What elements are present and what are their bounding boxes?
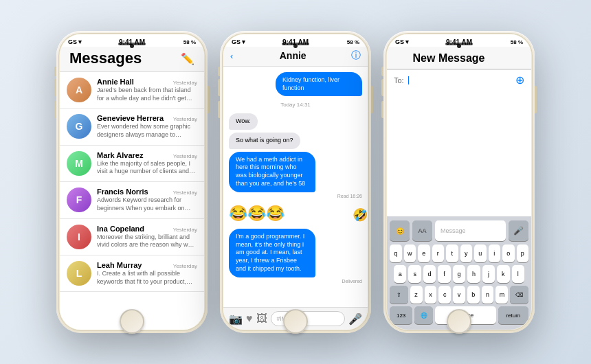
list-item[interactable]: I Ina Copeland Yesterday Moreover the st… — [60, 219, 204, 255]
side-button — [208, 86, 210, 113]
status-left-3: GS ▾ — [395, 38, 409, 45]
mute-switch-3 — [381, 67, 383, 76]
key-r[interactable]: r — [432, 244, 445, 262]
compose-icon[interactable]: ✏️ — [181, 52, 194, 65]
key-o[interactable]: o — [502, 244, 515, 262]
list-item[interactable]: F Francis Norris Yesterday Adwords Keywo… — [60, 182, 204, 218]
contact-content-3: Mark Alvarez Yesterday Like the majority… — [97, 151, 197, 176]
message-preview-5: Moreover the striking, brilliant and viv… — [97, 234, 197, 249]
list-item[interactable]: L Leah Murray Yesterday I. Create a list… — [60, 255, 204, 292]
contact-name-6: Leah Murray — [97, 261, 142, 269]
key-x[interactable]: x — [425, 286, 437, 304]
sticker-icon[interactable]: 🖼 — [256, 312, 267, 325]
message-time-4: Yesterday — [173, 190, 197, 196]
message-preview-4: Adwords Keyword research for beginners W… — [97, 196, 197, 212]
key-k[interactable]: k — [497, 265, 509, 283]
battery-1: 58 % — [183, 39, 196, 45]
aa-key[interactable]: AA — [412, 220, 432, 241]
bubble-emoji-1: 😂😂😂 — [229, 203, 285, 225]
read-receipt-2: Delivered — [229, 279, 362, 284]
info-icon[interactable]: ⓘ — [351, 49, 361, 62]
message-input[interactable]: Message — [435, 220, 506, 241]
status-bar-3: GS ▾ 9:41 AM 58 % — [387, 34, 531, 47]
send-icon[interactable]: 🎤 — [348, 312, 362, 326]
contact-name-4: Francis Norris — [97, 187, 148, 196]
chat-title: Annie — [280, 50, 306, 61]
mic-key[interactable]: 🎤 — [509, 220, 528, 241]
key-w[interactable]: w — [404, 244, 416, 262]
key-row-1: q w e r t y u i o p — [390, 244, 528, 262]
key-g[interactable]: g — [453, 265, 465, 283]
return-key[interactable]: return — [498, 306, 528, 324]
key-f[interactable]: f — [438, 265, 450, 283]
bubble-sent-4: We had a meth addict in here this mornin… — [229, 152, 315, 192]
message-bubble-4: We had a meth addict in here this mornin… — [229, 152, 362, 198]
heart-icon[interactable]: ♥ — [246, 312, 253, 325]
key-b[interactable]: b — [467, 286, 480, 304]
volume-up-3 — [381, 79, 383, 96]
key-d[interactable]: d — [423, 265, 436, 283]
key-q[interactable]: q — [390, 244, 402, 262]
chat-text-input[interactable]: #iMessage — [271, 311, 346, 326]
to-label: To: — [394, 76, 404, 84]
key-j[interactable]: j — [482, 265, 495, 283]
home-button-1[interactable] — [120, 309, 144, 334]
phone3: GS ▾ 9:41 AM 58 % New Message — [383, 31, 535, 333]
key-c[interactable]: c — [438, 286, 451, 304]
contact-content-2: Genevieve Herrera Yesterday Ever wondere… — [97, 114, 197, 139]
compose-area — [387, 90, 531, 216]
key-z[interactable]: z — [410, 286, 423, 304]
message-bubble-5: 😂😂😂 — [229, 203, 343, 225]
key-h[interactable]: h — [467, 265, 480, 283]
home-button-3[interactable] — [447, 309, 471, 334]
key-l[interactable]: l — [512, 265, 524, 283]
key-n[interactable]: n — [482, 286, 494, 304]
status-left: GS ▾ — [68, 38, 82, 45]
key-p[interactable]: p — [517, 244, 529, 262]
emoji-key[interactable]: 😊 — [390, 220, 410, 241]
key-a[interactable]: a — [394, 265, 406, 283]
key-s[interactable]: s — [408, 265, 421, 283]
message-time-5: Yesterday — [173, 227, 197, 233]
read-receipt-1: Read 16:26 — [229, 194, 362, 198]
camera-chat-icon[interactable]: 📷 — [229, 312, 243, 326]
key-e[interactable]: e — [418, 244, 430, 262]
status-left-2: GS ▾ — [232, 38, 245, 45]
time-2: 9:41 AM — [282, 38, 309, 46]
list-item[interactable]: G Genevieve Herrera Yesterday Ever wonde… — [60, 109, 204, 145]
new-msg-top: New Message — [397, 52, 522, 65]
key-t[interactable]: t — [446, 244, 458, 262]
phone2: GS ▾ 9:41 AM 58 % ‹ Annie ⓘ Kidney funct… — [220, 31, 371, 333]
key-v[interactable]: v — [453, 286, 465, 304]
home-button-2[interactable] — [283, 309, 308, 334]
to-input[interactable] — [408, 76, 511, 84]
message-preview-3: Like the majority of sales people, I vis… — [97, 160, 197, 176]
avatar-5: I — [67, 225, 91, 249]
key-y[interactable]: y — [460, 244, 473, 262]
bubble-received-3: So what is going on? — [229, 133, 300, 149]
wifi-icon-2: ▾ — [242, 38, 245, 45]
back-button[interactable]: ‹ — [230, 51, 234, 61]
contact-name-2: Genevieve Herrera — [97, 114, 164, 122]
num-key[interactable]: 123 — [390, 306, 412, 324]
globe-key[interactable]: 🌐 — [414, 306, 433, 324]
status-bar-1: GS ▾ 9:41 AM 58 % — [60, 34, 204, 47]
volume-down-2 — [218, 101, 220, 118]
delete-key[interactable]: ⌫ — [510, 286, 528, 304]
contact-content-1: Annie Hall Yesterday Jared's been back f… — [97, 78, 197, 102]
key-i[interactable]: i — [489, 244, 501, 262]
key-m[interactable]: m — [495, 286, 508, 304]
volume-up-2 — [218, 79, 220, 96]
key-u[interactable]: u — [474, 244, 487, 262]
list-item[interactable]: A Annie Hall Yesterday Jared's been back… — [60, 72, 204, 109]
carrier-3: GS — [395, 38, 404, 45]
new-message-title: New Message — [397, 52, 501, 65]
message-time-1: Yesterday — [173, 80, 197, 86]
shift-key[interactable]: ⇧ — [390, 286, 408, 304]
mute-switch-2 — [218, 67, 220, 76]
contact-content-6: Leah Murray Yesterday I. Create a list w… — [97, 261, 197, 286]
list-item[interactable]: M Mark Alvarez Yesterday Like the majori… — [60, 146, 204, 182]
add-recipient-icon[interactable]: ⊕ — [515, 73, 524, 87]
status-right-2: 58 % — [347, 39, 359, 45]
side-button-2 — [371, 86, 373, 113]
